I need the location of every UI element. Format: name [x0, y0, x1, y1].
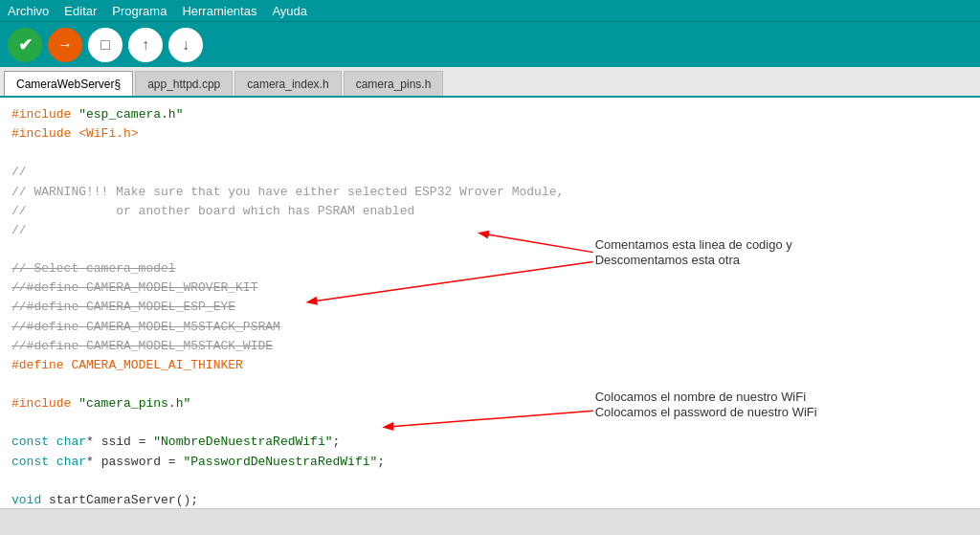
menu-ayuda[interactable]: Ayuda [272, 4, 307, 18]
code-line-4: // [11, 163, 969, 182]
code-line-6: // or another board which has PSRAM enab… [11, 202, 969, 221]
upload-button[interactable]: → [48, 28, 82, 62]
new-button[interactable]: □ [88, 28, 122, 62]
tab-camera-pins[interactable]: camera_pins.h [344, 71, 444, 96]
verify-button[interactable]: ✔ [8, 28, 42, 62]
code-line-7: // [11, 221, 969, 240]
save-button[interactable]: ↓ [168, 28, 203, 62]
code-line-5: // WARNING!!! Make sure that you have ei… [11, 183, 969, 202]
menu-bar: Archivo Editar Programa Herramientas Ayu… [0, 0, 980, 21]
code-line-8 [11, 240, 969, 259]
code-line-1: #include "esp_camera.h" [11, 105, 969, 124]
code-line-19: const char* password = "PasswordDeNuestr… [11, 453, 969, 472]
code-line-2: #include <WiFi.h> [11, 124, 969, 144]
code-line-21: void startCameraServer(); [11, 491, 969, 508]
code-line-12: //#define CAMERA_MODEL_M5STACK_PSRAM [11, 318, 969, 337]
tab-camerawebserver[interactable]: CameraWebServer§ [4, 71, 133, 96]
code-line-9: // Select camera_model [11, 259, 969, 279]
tab-app-httpd[interactable]: app_httpd.cpp [135, 71, 233, 96]
menu-herramientas[interactable]: Herramientas [182, 4, 256, 18]
code-line-15 [11, 375, 969, 394]
code-editor[interactable]: #include "esp_camera.h" #include <WiFi.h… [0, 98, 980, 508]
menu-programa[interactable]: Programa [112, 4, 167, 18]
tabs-bar: CameraWebServer§ app_httpd.cpp camera_in… [0, 67, 980, 98]
code-line-10: //#define CAMERA_MODEL_WROVER_KIT [11, 279, 969, 298]
code-line-18: const char* ssid = "NombreDeNuestraRedWi… [11, 433, 969, 452]
toolbar: ✔ → □ ↑ ↓ [0, 21, 980, 67]
open-button[interactable]: ↑ [128, 28, 163, 62]
menu-editar[interactable]: Editar [64, 4, 97, 18]
tab-camera-index[interactable]: camera_index.h [234, 71, 341, 96]
code-line-17 [11, 413, 969, 433]
code-line-13: //#define CAMERA_MODEL_M5STACK_WIDE [11, 337, 969, 356]
status-bar [0, 508, 980, 535]
code-line-16: #include "camera_pins.h" [11, 394, 969, 413]
code-line-3 [11, 144, 969, 163]
code-line-11: //#define CAMERA_MODEL_ESP_EYE [11, 298, 969, 317]
menu-archivo[interactable]: Archivo [8, 4, 49, 18]
code-line-14: #define CAMERA_MODEL_AI_THINKER [11, 356, 969, 375]
code-line-20 [11, 472, 969, 491]
